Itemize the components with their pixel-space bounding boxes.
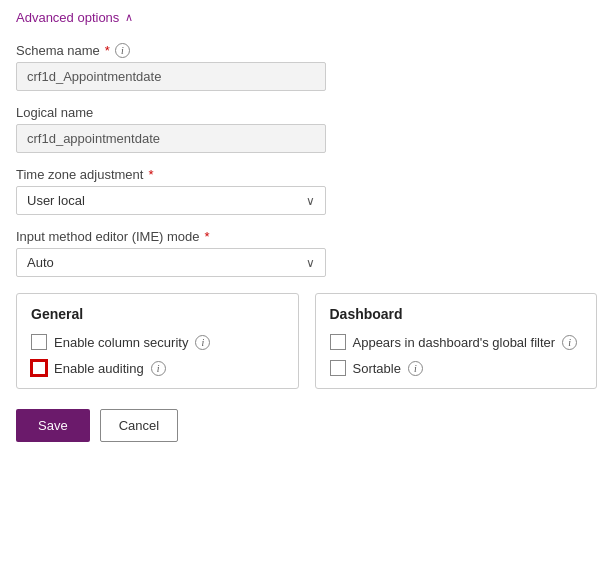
ime-mode-select[interactable]: Auto ∨ [16,248,326,277]
ime-mode-label: Input method editor (IME) mode * [16,229,597,244]
general-panel: General Enable column security i Enable … [16,293,299,389]
dashboard-panel-title: Dashboard [330,306,583,322]
time-zone-group: Time zone adjustment * User local ∨ [16,167,597,215]
ime-mode-chevron-icon: ∨ [306,256,315,270]
enable-auditing-info-icon[interactable]: i [151,361,166,376]
enable-auditing-row: Enable auditing i [31,360,284,376]
enable-column-security-info-icon[interactable]: i [195,335,210,350]
dashboard-panel: Dashboard Appears in dashboard's global … [315,293,598,389]
time-zone-select[interactable]: User local ∨ [16,186,326,215]
enable-auditing-label: Enable auditing [54,361,144,376]
cancel-button[interactable]: Cancel [100,409,178,442]
required-star: * [105,43,110,58]
global-filter-info-icon[interactable]: i [562,335,577,350]
ime-mode-group: Input method editor (IME) mode * Auto ∨ [16,229,597,277]
logical-name-input: crf1d_appointmentdate [16,124,326,153]
advanced-options-toggle[interactable]: Advanced options ∧ [16,10,597,25]
enable-auditing-checkbox[interactable] [31,360,47,376]
schema-name-input: crf1d_Appointmentdate [16,62,326,91]
general-panel-title: General [31,306,284,322]
time-zone-selected-value: User local [27,193,85,208]
required-star-ime: * [205,229,210,244]
footer-buttons: Save Cancel [16,409,597,442]
logical-name-label: Logical name [16,105,597,120]
sortable-label: Sortable [353,361,401,376]
global-filter-row: Appears in dashboard's global filter i [330,334,583,350]
enable-column-security-checkbox[interactable] [31,334,47,350]
global-filter-checkbox[interactable] [330,334,346,350]
sortable-info-icon[interactable]: i [408,361,423,376]
enable-column-security-label: Enable column security [54,335,188,350]
time-zone-chevron-icon: ∨ [306,194,315,208]
ime-mode-selected-value: Auto [27,255,54,270]
global-filter-label: Appears in dashboard's global filter [353,335,556,350]
required-star-tz: * [148,167,153,182]
schema-name-label: Schema name * i [16,43,597,58]
save-button[interactable]: Save [16,409,90,442]
enable-column-security-row: Enable column security i [31,334,284,350]
schema-name-info-icon[interactable]: i [115,43,130,58]
schema-name-group: Schema name * i crf1d_Appointmentdate [16,43,597,91]
panels-row: General Enable column security i Enable … [16,293,597,389]
sortable-checkbox[interactable] [330,360,346,376]
advanced-options-label: Advanced options [16,10,119,25]
chevron-up-icon: ∧ [125,11,133,24]
logical-name-group: Logical name crf1d_appointmentdate [16,105,597,153]
time-zone-label: Time zone adjustment * [16,167,597,182]
sortable-row: Sortable i [330,360,583,376]
